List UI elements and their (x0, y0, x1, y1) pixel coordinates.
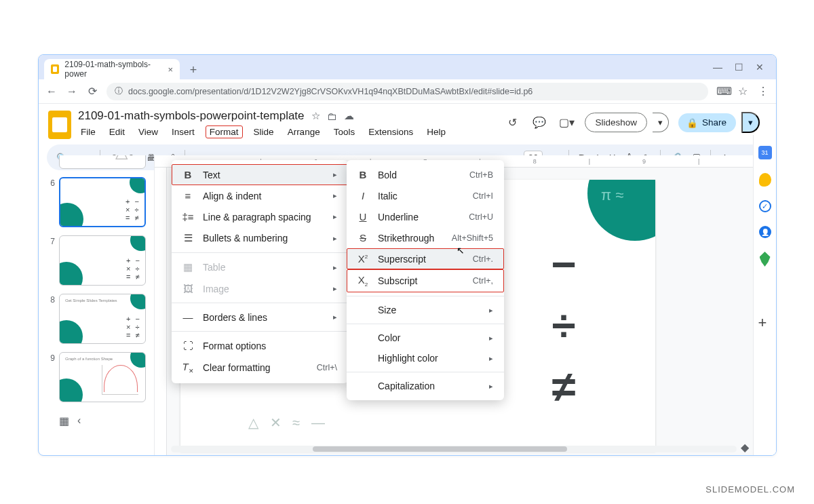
site-info-icon[interactable]: ⓘ (115, 85, 123, 97)
filmstrip-prev-icon[interactable]: ‹ (77, 414, 81, 427)
nav-forward-icon[interactable]: → (66, 85, 78, 98)
menu-slide[interactable]: Slide (251, 125, 277, 138)
format-spacing-item[interactable]: ‡≡ Line & paragraph spacing▸ (172, 206, 348, 227)
format-options-icon: ⛶ (181, 340, 195, 351)
format-align-item[interactable]: ≡ Align & indent▸ (172, 185, 348, 206)
maps-icon[interactable] (760, 252, 771, 267)
window-controls: — ☐ ✕ (713, 55, 771, 79)
align-icon: ≡ (181, 190, 195, 201)
underline-icon: U (356, 211, 370, 222)
window-minimize-icon[interactable]: — (713, 62, 722, 73)
history-icon[interactable]: ↺ (503, 114, 521, 132)
clear-format-icon: T✕ (181, 361, 195, 374)
format-text-item[interactable]: B Text ▸ (172, 164, 348, 185)
url-input[interactable]: ⓘ docs.google.com/presentation/d/1D12V2W… (106, 83, 708, 100)
header-actions: ↺ 💬 ▢▾ Slideshow ▾ 🔒Share ▾ (503, 109, 767, 133)
menu-extensions[interactable]: Extensions (366, 125, 416, 138)
move-icon[interactable]: 🗀 (327, 111, 337, 122)
clear-formatting-item[interactable]: T✕ Clear formatting Ctrl+\ (172, 356, 348, 379)
slide-thumbnail[interactable]: Get Simple Slides Templates + −× ÷= ≠ (59, 294, 146, 344)
tab-title: 2109-01-math-symbols-power (64, 60, 159, 79)
app-header: 2109-01-math-symbols-powerpoint-template… (39, 104, 776, 139)
borders-icon: — (181, 311, 195, 323)
menu-arrange[interactable]: Arrange (285, 125, 323, 138)
slideshow-button[interactable]: Slideshow (585, 113, 647, 132)
nav-reload-icon[interactable]: ⟳ (86, 85, 98, 98)
text-highlight-item[interactable]: Highlight color▸ (347, 348, 504, 368)
menu-view[interactable]: View (136, 125, 161, 138)
share-button[interactable]: 🔒Share (678, 113, 736, 132)
slides-logo-icon[interactable] (48, 111, 71, 139)
menu-help[interactable]: Help (424, 125, 448, 138)
format-image-item: 🖼 Image▸ (172, 278, 348, 299)
menu-tools[interactable]: Tools (331, 125, 358, 138)
cursor-icon: ↖ (457, 245, 465, 256)
slide-number: 6 (48, 177, 55, 188)
table-icon: ▦ (181, 261, 195, 273)
url-text: docs.google.com/presentation/d/1D12V2W2Y… (128, 87, 532, 96)
bookmark-icon[interactable]: ☆ (737, 85, 749, 98)
window-maximize-icon[interactable]: ☐ (735, 62, 743, 73)
nav-back-icon[interactable]: ← (45, 85, 58, 98)
menu-file[interactable]: File (78, 125, 98, 138)
comments-icon[interactable]: 💬 (530, 114, 548, 132)
text-bold-item[interactable]: B BoldCtrl+B (347, 164, 504, 185)
calendar-icon[interactable] (758, 146, 772, 159)
menu-edit[interactable]: Edit (106, 125, 128, 138)
slideshow-dropdown[interactable]: ▾ (653, 113, 669, 132)
new-tab-button[interactable]: + (184, 60, 203, 79)
slide-number: 8 (48, 294, 55, 305)
slide-filmstrip: a²+b²=c²△ 6 + −× ÷= ≠ 7 + −× ÷= ≠ 8 Get … (39, 155, 154, 455)
browser-tab[interactable]: 2109-01-math-symbols-power × (44, 59, 180, 79)
document-title[interactable]: 2109-01-math-symbols-powerpoint-template (78, 109, 305, 123)
bold-icon: B (181, 169, 195, 180)
text-superscript-item[interactable]: X2 SuperscriptCtrl+. (347, 248, 504, 269)
line-spacing-icon: ‡≡ (181, 211, 195, 222)
cloud-status-icon[interactable]: ☁ (344, 110, 354, 122)
browser-tab-strip: 2109-01-math-symbols-power × + — ☐ ✕ (39, 55, 776, 79)
tab-close-icon[interactable]: × (168, 64, 173, 75)
contacts-icon[interactable] (759, 226, 771, 238)
translate-icon[interactable]: ⌨ (716, 85, 729, 98)
meet-icon[interactable]: ▢▾ (558, 114, 575, 132)
horizontal-scrollbar[interactable] (171, 446, 737, 452)
text-size-item[interactable]: Size▸ (347, 300, 504, 320)
tasks-icon[interactable] (759, 200, 771, 212)
text-italic-item[interactable]: I ItalicCtrl+I (347, 185, 504, 206)
text-color-item[interactable]: Color▸ (347, 328, 504, 348)
browser-menu-icon[interactable]: ⋮ (757, 85, 769, 98)
image-icon: 🖼 (181, 283, 195, 294)
text-strike-item[interactable]: S StrikethroughAlt+Shift+5 (347, 227, 504, 248)
format-bullets-item[interactable]: ☰ Bullets & numbering▸ (172, 227, 348, 249)
keep-icon[interactable] (759, 173, 771, 187)
slide-number: 9 (48, 352, 55, 363)
lock-icon: 🔒 (686, 117, 698, 128)
share-dropdown[interactable]: ▾ (741, 112, 760, 133)
slides-favicon-icon (51, 64, 59, 74)
menu-format[interactable]: Format (206, 125, 243, 138)
slide-number (48, 162, 55, 163)
format-borders-item[interactable]: — Borders & lines▸ (172, 307, 348, 328)
watermark: SLIDEMODEL.COM (705, 484, 795, 495)
slide-thumbnail[interactable]: a²+b²=c²△ (59, 155, 146, 169)
subscript-icon: X2 (356, 274, 370, 288)
slide-thumbnail[interactable]: + −× ÷= ≠ (59, 177, 146, 227)
format-table-item: ▦ Table▸ (172, 256, 348, 278)
window-close-icon[interactable]: ✕ (756, 62, 764, 73)
text-caps-item[interactable]: Capitalization▸ (347, 376, 504, 396)
browser-address-bar: ← → ⟳ ⓘ docs.google.com/presentation/d/1… (39, 79, 776, 104)
text-underline-item[interactable]: U UnderlineCtrl+U (347, 206, 504, 227)
bullets-icon: ☰ (181, 232, 195, 244)
format-options-item[interactable]: ⛶ Format options (172, 335, 348, 356)
slide-thumbnail[interactable]: + −× ÷= ≠ (59, 235, 146, 286)
menu-insert[interactable]: Insert (169, 125, 197, 138)
submenu-arrow-icon: ▸ (333, 170, 337, 179)
bold-icon: B (356, 169, 370, 180)
star-icon[interactable]: ☆ (311, 110, 320, 122)
addons-plus-icon[interactable]: + (758, 314, 772, 328)
browser-window: 2109-01-math-symbols-power × + — ☐ ✕ ← →… (38, 54, 777, 456)
grid-view-icon[interactable]: ▦ (59, 414, 69, 427)
text-subscript-item[interactable]: X2 SubscriptCtrl+, (347, 269, 504, 292)
slide-thumbnail[interactable]: Graph of a function Shape (59, 352, 146, 402)
explore-icon[interactable]: ◆ (741, 441, 749, 454)
